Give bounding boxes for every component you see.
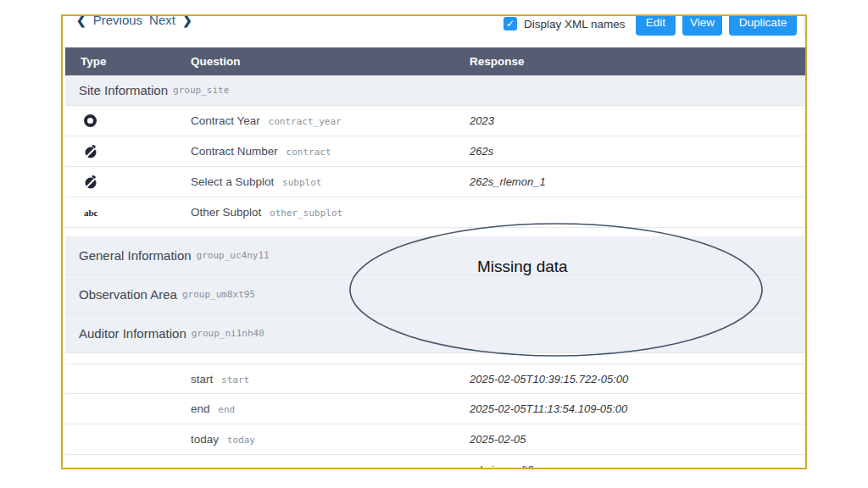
section-gap bbox=[65, 228, 805, 236]
previous-link[interactable]: Previous bbox=[93, 14, 142, 27]
question-xml-name: contract_year bbox=[269, 116, 342, 127]
meta-xml-name: username bbox=[250, 465, 295, 469]
next-link[interactable]: Next bbox=[149, 14, 175, 27]
group-title: Observation Area bbox=[79, 287, 177, 302]
view-button[interactable]: View bbox=[682, 14, 722, 36]
meta-xml-name: start bbox=[221, 374, 249, 385]
record-pager: ❮ Previous Next ❯ bbox=[76, 14, 192, 27]
display-xml-names-label: Display XML names bbox=[524, 18, 626, 30]
group-row-auditor-information: Auditor Information group_ni1nh40 bbox=[65, 314, 805, 353]
group-title: Site Information bbox=[79, 83, 168, 97]
question-xml-name: contract bbox=[287, 147, 331, 158]
text-icon: abc bbox=[84, 208, 98, 218]
meta-xml-name: end bbox=[218, 404, 235, 415]
page: { "toolbar": { "prev_chevron": "\u276E",… bbox=[0, 0, 868, 488]
meta-label: start bbox=[191, 373, 213, 385]
meta-label: today bbox=[191, 433, 219, 446]
question-label: Select a Subplot bbox=[191, 175, 274, 188]
group-xml-name: group_site bbox=[173, 85, 229, 96]
response-value: 2025-02-05 bbox=[470, 433, 805, 446]
group-xml-name: group_ni1nh40 bbox=[192, 328, 264, 339]
checkbox-checked-icon[interactable]: ✓ bbox=[504, 17, 517, 30]
question-label: Other Subplot bbox=[191, 206, 261, 219]
response-value: 2025-02-05T11:13:54.109-05:00 bbox=[470, 402, 805, 415]
column-header-response: Response bbox=[470, 55, 805, 68]
group-title: General Information bbox=[79, 248, 192, 263]
chevron-left-icon[interactable]: ❮ bbox=[76, 14, 86, 27]
select-one-icon bbox=[84, 114, 97, 127]
response-value: 2025-02-05T10:39:15.722-05:00 bbox=[470, 373, 805, 385]
group-row-site-information: Site Information group_site bbox=[65, 75, 805, 106]
table-row: abc Other Subplot other_subplot bbox=[65, 197, 805, 228]
question-label: Contract Year bbox=[191, 114, 260, 127]
group-xml-name: group_uc4ny11 bbox=[197, 250, 270, 261]
response-value: admin_craftfl bbox=[470, 463, 805, 469]
section-gap bbox=[65, 353, 805, 363]
table-header-row: Type Question Response bbox=[65, 47, 805, 75]
annotation-rectangle: ❮ Previous Next ❯ ✓ Display XML names Ed… bbox=[61, 14, 807, 469]
question-xml-name: subplot bbox=[282, 177, 321, 188]
group-row-general-information: General Information group_uc4ny11 bbox=[65, 236, 805, 275]
column-header-type: Type bbox=[65, 55, 191, 68]
response-value: 262s_rlemon_1 bbox=[470, 175, 805, 188]
table-row: Contract Number contract 262s bbox=[65, 136, 805, 167]
clipped-edge-button[interactable] bbox=[803, 14, 807, 36]
table-row: start start 2025-02-05T10:39:15.722-05:0… bbox=[65, 363, 805, 394]
response-value: 262s bbox=[470, 145, 805, 158]
chevron-right-icon[interactable]: ❯ bbox=[182, 14, 192, 27]
response-value: 2023 bbox=[470, 114, 805, 127]
submission-table: Type Question Response Site Information … bbox=[65, 47, 805, 469]
table-row: end end 2025-02-05T11:13:54.109-05:00 bbox=[65, 394, 805, 424]
column-header-question: Question bbox=[191, 55, 470, 68]
group-title: Auditor Information bbox=[79, 326, 186, 341]
duplicate-button[interactable]: Duplicate bbox=[729, 14, 797, 36]
edit-button[interactable]: Edit bbox=[636, 14, 676, 36]
display-xml-names-toggle: ✓ Display XML names bbox=[504, 17, 626, 30]
meta-label: username bbox=[191, 463, 242, 469]
slashed-circle-icon bbox=[84, 145, 97, 158]
group-xml-name: group_um8xt95 bbox=[182, 289, 255, 300]
slashed-circle-icon bbox=[84, 175, 97, 189]
question-label: Contract Number bbox=[191, 145, 278, 158]
meta-xml-name: today bbox=[227, 435, 255, 446]
meta-label: end bbox=[191, 402, 210, 415]
toolbar: ❮ Previous Next ❯ ✓ Display XML names Ed… bbox=[63, 16, 805, 47]
table-row: username username admin_craftfl bbox=[65, 455, 805, 469]
table-row: today today 2025-02-05 bbox=[65, 424, 805, 455]
group-row-observation-area: Observation Area group_um8xt95 bbox=[65, 275, 805, 314]
table-row: Contract Year contract_year 2023 bbox=[65, 106, 805, 136]
table-row: Select a Subplot subplot 262s_rlemon_1 bbox=[65, 167, 805, 197]
question-xml-name: other_subplot bbox=[270, 208, 342, 219]
